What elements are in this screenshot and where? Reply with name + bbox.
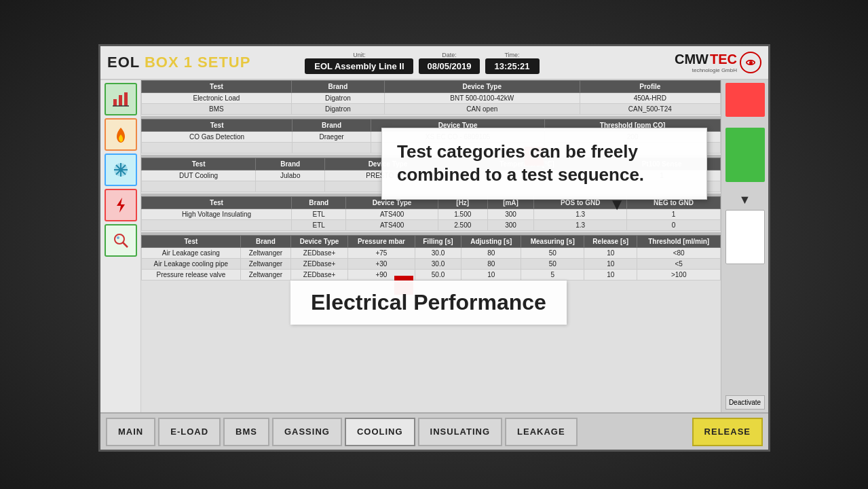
- cell: 1.500: [438, 209, 487, 220]
- cell: 30.0: [415, 259, 461, 270]
- svg-point-9: [119, 168, 122, 171]
- cell: >100: [637, 270, 721, 280]
- cell: ETL: [292, 209, 346, 220]
- chevron-down-icon: ▼: [739, 193, 751, 207]
- cell: 50: [521, 259, 584, 270]
- cell: CO Gas Detection: [142, 132, 293, 143]
- col-measuring-5: Measuring [s]: [521, 236, 584, 248]
- cell: 1.3: [534, 220, 627, 231]
- cell: [142, 143, 293, 153]
- col-brand-4: Brand: [292, 197, 346, 209]
- cell: 50: [521, 248, 584, 259]
- cell: 10: [584, 270, 637, 280]
- cell: 30.0: [415, 248, 461, 259]
- table-row: BMS Digatron CAN open CAN_500-T24: [142, 104, 721, 115]
- col-brand-2: Brand: [293, 120, 371, 132]
- table-row: ETL ATS400 2.500 300 1.3 0: [142, 220, 721, 231]
- cell: CAN open: [384, 104, 580, 115]
- col-threshold-5: Threshold [ml/min]: [637, 236, 721, 248]
- cell: ZEDbase+: [291, 248, 348, 259]
- cell: [142, 181, 256, 192]
- cell: ATS400: [346, 220, 438, 231]
- cell: CAN_500-T24: [580, 104, 720, 115]
- cell: 450A-HRD: [580, 93, 720, 104]
- section-leakage: Test Brand Device Type Pressure mbar Fil…: [141, 235, 721, 280]
- col-filling-5: Filling [s]: [415, 236, 461, 248]
- cell: DUT Cooling: [142, 170, 256, 181]
- unit-value: EOL Assembly Line II: [305, 58, 413, 74]
- nav-btn-gassing[interactable]: GASSING: [272, 418, 342, 446]
- cell: [256, 181, 325, 192]
- cell: 10: [584, 248, 637, 259]
- unit-label: Unit:: [353, 52, 366, 58]
- modal-label: Electrical Performance: [290, 280, 567, 325]
- cell: ATS400: [346, 209, 438, 220]
- snow-icon: [111, 160, 130, 179]
- cell: 0: [627, 220, 721, 231]
- bolt-icon: [111, 196, 130, 215]
- svg-rect-0: [113, 99, 117, 106]
- icon-btn-search[interactable]: [105, 224, 137, 257]
- cell: 1: [627, 209, 721, 220]
- nav-btn-insulating[interactable]: INSULATING: [418, 418, 502, 446]
- svg-line-12: [123, 242, 128, 247]
- page-title: EOL BOX 1 SETUP: [107, 54, 250, 71]
- icon-btn-fire[interactable]: [105, 118, 137, 151]
- svg-marker-10: [117, 198, 125, 213]
- right-panel: ▼ Deactivate: [721, 80, 768, 412]
- cell: Zeltwanger: [240, 259, 290, 270]
- table-insulating: Test Brand Device Type [Hz] [mA] POS to …: [141, 196, 721, 231]
- table-row: High Voltage Insulating ETL ATS400 1.500…: [142, 209, 721, 220]
- svg-point-11: [115, 234, 124, 244]
- col-test-4: Test: [142, 197, 292, 209]
- table-row: Electronic Load Digatron BNT 500-0100-42…: [142, 93, 721, 104]
- nav-btn-eload[interactable]: E-LOAD: [158, 418, 221, 446]
- icon-btn-chart[interactable]: [105, 83, 137, 115]
- green-button[interactable]: [725, 128, 765, 182]
- icon-btn-cooling[interactable]: [105, 153, 137, 186]
- col-release-5: Release [s]: [584, 236, 637, 248]
- nav-btn-cooling[interactable]: COOLING: [345, 418, 415, 446]
- fire-icon: [111, 125, 130, 144]
- table-row: Air Leakage casing Zeltwanger ZEDbase+ +…: [142, 248, 721, 259]
- nav-btn-main[interactable]: MAIN: [106, 418, 155, 446]
- cell: Draeger: [293, 132, 371, 143]
- svg-rect-1: [119, 95, 122, 106]
- logo-area: CMW TEC technologie GmbH: [675, 52, 761, 73]
- icon-btn-bolt[interactable]: [105, 189, 137, 221]
- cell: Air Leakage cooling pipe: [142, 259, 241, 270]
- white-button[interactable]: [725, 210, 765, 264]
- nav-btn-release[interactable]: RELEASE: [692, 418, 763, 446]
- cell: 2.500: [438, 220, 487, 231]
- cell: Air Leakage casing: [142, 248, 241, 259]
- section-electrical: Test Brand Device Type Profile Electroni…: [141, 80, 721, 115]
- table-leakage: Test Brand Device Type Pressure mbar Fil…: [141, 235, 721, 280]
- cell: Julabo: [256, 170, 325, 181]
- cell: <80: [637, 248, 721, 259]
- chart-icon: [111, 90, 130, 109]
- cell: 10: [461, 270, 521, 280]
- magnifier-icon: [111, 231, 130, 250]
- svg-point-13: [117, 236, 119, 239]
- cell: Pressure release valve: [142, 270, 241, 280]
- cell: Digatron: [291, 93, 384, 104]
- col-brand-1: Brand: [291, 81, 384, 93]
- tooltip-text: Test categories can be freely combined t…: [397, 141, 692, 187]
- logo-tec: TEC: [710, 52, 737, 67]
- col-test-3: Test: [142, 158, 256, 170]
- table-row: Air Leakage cooling pipe Zeltwanger ZEDb…: [142, 259, 721, 270]
- nav-btn-leakage[interactable]: LEAKAGE: [505, 418, 578, 446]
- nav-btn-bms[interactable]: BMS: [223, 418, 269, 446]
- col-test-5: Test: [142, 236, 241, 248]
- col-pressure-5: Pressure mbar: [348, 236, 415, 248]
- cell: [142, 220, 292, 231]
- logo-eye-icon: [740, 52, 761, 73]
- cell: BMS: [142, 104, 292, 115]
- cell: 10: [584, 259, 637, 270]
- logo-sub: technologie GmbH: [675, 67, 737, 73]
- red-button-top[interactable]: [725, 83, 765, 117]
- deactivate-button[interactable]: Deactivate: [725, 395, 765, 410]
- title-box-part: BOX 1 SETUP: [140, 54, 251, 71]
- col-device-5: Device Type: [291, 236, 348, 248]
- tooltip-arrow: ▼: [609, 195, 625, 214]
